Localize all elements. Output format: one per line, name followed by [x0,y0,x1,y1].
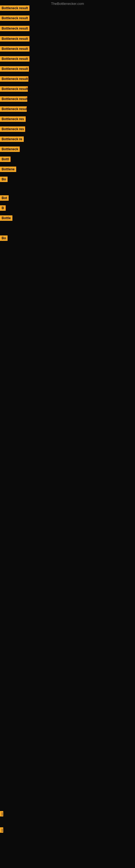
bottleneck-result-label: Bot [0,195,9,201]
bottleneck-result-label: B [0,205,6,211]
bottleneck-result-label: Bottleneck result [0,16,30,21]
bottleneck-result-label: Bottleneck re [0,136,24,142]
bottleneck-result-label: Bottleneck result [0,26,30,31]
bottleneck-result-label: Bottleneck [0,147,20,152]
bottleneck-result-label: | [0,811,3,816]
bottleneck-result-label: Bottleneck result [0,76,28,82]
bottleneck-result-label: Bottleneck result [0,96,27,102]
bottleneck-result-label: Bottleneck result [0,86,28,92]
bottleneck-result-label: Bo [0,177,8,182]
bottleneck-result-label: | [0,827,3,833]
bottleneck-result-label: Bottleneck result [0,36,30,41]
bottleneck-result-label: Bottlene [0,166,16,172]
bottleneck-result-label: Bottleneck result [0,46,30,52]
bottleneck-result-label: Bottleneck result [0,5,30,11]
bottleneck-result-label: Bottleneck result [0,66,29,72]
bottleneck-result-label: Bottle [0,215,12,221]
bottleneck-result-label: Bottleneck res [0,116,26,122]
bottleneck-result-label: Bottleneck resul [0,106,27,112]
bottleneck-result-label: Bo [0,236,8,241]
bottleneck-result-label: Bottleneck result [0,56,30,62]
bottleneck-result-label: Bottl [0,156,10,162]
bottleneck-result-label: Bottleneck res [0,126,25,132]
